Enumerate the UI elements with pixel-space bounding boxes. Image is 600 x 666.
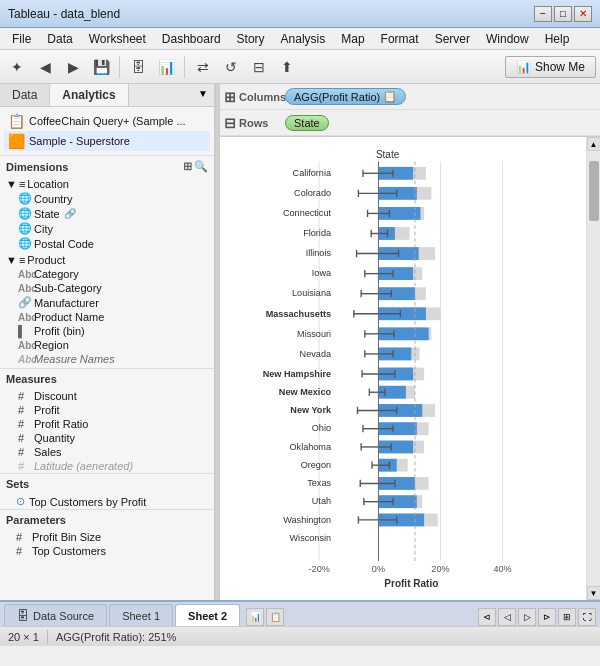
chart-scrollbar[interactable]: ▲ ▼ — [586, 137, 600, 600]
field-product-name[interactable]: Abc Product Name — [2, 310, 212, 324]
svg-text:0%: 0% — [372, 564, 385, 574]
set-top-customers[interactable]: ⊙ Top Customers by Profit — [0, 494, 214, 509]
nav-first[interactable]: ⊲ — [478, 608, 496, 626]
toolbar-forward[interactable]: ▶ — [60, 54, 86, 80]
field-region[interactable]: Abc Region — [2, 338, 212, 352]
menu-window[interactable]: Window — [478, 30, 537, 48]
data-sources-list: 📋 CoffeeChain Query+ (Sample ... 🟧 Sampl… — [0, 107, 214, 156]
field-country[interactable]: 🌐 Country — [2, 191, 212, 206]
field-profit-bin[interactable]: ▌ Profit (bin) — [2, 324, 212, 338]
new-sheet-button[interactable]: 📊 — [246, 608, 264, 626]
toolbar-new[interactable]: ✦ — [4, 54, 30, 80]
nav-fullscreen[interactable]: ⛶ — [578, 608, 596, 626]
chart-area: State California — [220, 137, 600, 600]
field-postal-code[interactable]: 🌐 Postal Code — [2, 236, 212, 251]
tab-sheet2[interactable]: Sheet 2 — [175, 604, 240, 626]
maximize-button[interactable]: □ — [554, 6, 572, 22]
field-category[interactable]: Abc Category — [2, 267, 212, 281]
toolbar-refresh[interactable]: ↺ — [218, 54, 244, 80]
field-quantity[interactable]: # Quantity — [2, 431, 212, 445]
field-name: Region — [34, 339, 69, 351]
location-group-header[interactable]: ▼ ≡ Location — [2, 177, 212, 191]
close-button[interactable]: ✕ — [574, 6, 592, 22]
menu-worksheet[interactable]: Worksheet — [81, 30, 154, 48]
svg-text:20%: 20% — [431, 564, 449, 574]
measures-header: Measures — [0, 368, 214, 389]
set-name: Top Customers by Profit — [29, 496, 146, 508]
title-bar: Tableau - data_blend − □ ✕ — [0, 0, 600, 28]
link-icon: 🔗 — [64, 208, 76, 219]
panel-dropdown[interactable]: ▼ — [192, 84, 214, 106]
field-measure-names[interactable]: Abc Measure Names — [2, 352, 212, 366]
datasource-coffeechain[interactable]: 📋 CoffeeChain Query+ (Sample ... — [4, 111, 210, 131]
tab-sheet1[interactable]: Sheet 1 — [109, 604, 173, 626]
field-name: Latitude (aenerated) — [34, 460, 133, 472]
nav-grid[interactable]: ⊞ — [558, 608, 576, 626]
params-header: Parameters — [0, 510, 214, 530]
scroll-up[interactable]: ▲ — [587, 137, 601, 151]
chart-content: State California — [220, 137, 586, 600]
menu-story[interactable]: Story — [229, 30, 273, 48]
abc-icon: Abc — [18, 269, 30, 280]
window-controls[interactable]: − □ ✕ — [534, 6, 592, 22]
field-state[interactable]: 🌐 State 🔗 — [2, 206, 212, 221]
field-discount[interactable]: # Discount — [2, 389, 212, 403]
datasource-superstore[interactable]: 🟧 Sample - Superstore — [4, 131, 210, 151]
scroll-thumb[interactable] — [589, 161, 599, 221]
product-group-header[interactable]: ▼ ≡ Product — [2, 253, 212, 267]
bar-icon: ▌ — [18, 325, 30, 337]
tab-data-source[interactable]: 🗄 Data Source — [4, 604, 107, 626]
columns-icon: ⊞ — [224, 89, 236, 105]
group-icon: ≡ — [19, 254, 25, 266]
menu-data[interactable]: Data — [39, 30, 80, 48]
tab-data[interactable]: Data — [0, 84, 50, 106]
field-sales[interactable]: # Sales — [2, 445, 212, 459]
field-manufacturer[interactable]: 🔗 Manufacturer — [2, 295, 212, 310]
tab-label: Data Source — [33, 610, 94, 622]
location-group: ▼ ≡ Location 🌐 Country 🌐 State 🔗 🌐 City — [2, 177, 212, 251]
field-city[interactable]: 🌐 City — [2, 221, 212, 236]
menu-format[interactable]: Format — [373, 30, 427, 48]
field-subcategory[interactable]: Abc Sub-Category — [2, 281, 212, 295]
toolbar-chart1[interactable]: 📊 — [153, 54, 179, 80]
menu-file[interactable]: File — [4, 30, 39, 48]
param-top-customers[interactable]: # Top Customers — [0, 544, 214, 558]
grid-icon: ⊞ — [183, 160, 192, 173]
field-name: Product Name — [34, 311, 104, 323]
scroll-track[interactable] — [587, 151, 600, 586]
toolbar-export[interactable]: ⬆ — [274, 54, 300, 80]
scroll-down[interactable]: ▼ — [587, 586, 601, 600]
menu-server[interactable]: Server — [427, 30, 478, 48]
measures-list: # Discount # Profit # Profit Ratio # Qua… — [0, 389, 214, 473]
field-profit-ratio[interactable]: # Profit Ratio — [2, 417, 212, 431]
minimize-button[interactable]: − — [534, 6, 552, 22]
duplicate-button[interactable]: 📋 — [266, 608, 284, 626]
field-profit[interactable]: # Profit — [2, 403, 212, 417]
status-measure: AGG(Profit Ratio): 251% — [56, 631, 176, 643]
toolbar-filter[interactable]: ⊟ — [246, 54, 272, 80]
toolbar-swap[interactable]: ⇄ — [190, 54, 216, 80]
pill-icon: 📋 — [383, 90, 397, 103]
param-profit-bin-size[interactable]: # Profit Bin Size — [0, 530, 214, 544]
datasource-icon-1: 📋 — [8, 113, 25, 129]
rows-pill[interactable]: State — [285, 115, 329, 131]
columns-pill[interactable]: AGG(Profit Ratio) 📋 — [285, 88, 406, 105]
show-me-button[interactable]: 📊 Show Me — [505, 56, 596, 78]
abc-icon: Abc — [18, 283, 30, 294]
hash-icon: # — [16, 545, 28, 557]
svg-text:California: California — [293, 168, 332, 178]
menu-analysis[interactable]: Analysis — [273, 30, 334, 48]
toolbar-save[interactable]: 💾 — [88, 54, 114, 80]
menu-help[interactable]: Help — [537, 30, 578, 48]
toolbar-datasource[interactable]: 🗄 — [125, 54, 151, 80]
nav-prev[interactable]: ◁ — [498, 608, 516, 626]
tab-analytics[interactable]: Analytics — [50, 84, 128, 106]
nav-last[interactable]: ⊳ — [538, 608, 556, 626]
nav-next[interactable]: ▷ — [518, 608, 536, 626]
field-latitude[interactable]: # Latitude (aenerated) — [2, 459, 212, 473]
menu-dashboard[interactable]: Dashboard — [154, 30, 229, 48]
toolbar-back[interactable]: ◀ — [32, 54, 58, 80]
rows-label: ⊟ Rows — [224, 115, 279, 131]
search-icon[interactable]: 🔍 — [194, 160, 208, 173]
menu-map[interactable]: Map — [333, 30, 372, 48]
